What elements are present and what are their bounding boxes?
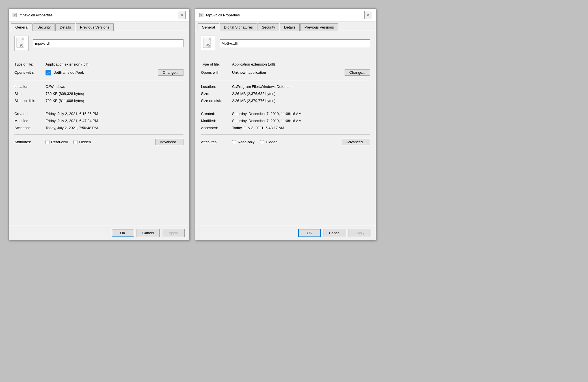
hidden-checkbox-label-2[interactable]: Hidden [260,140,277,144]
apply-button-2[interactable]: Apply [349,229,371,237]
hidden-label-2: Hidden [266,140,277,144]
dialog-title-2: MpSvc.dll Properties [206,13,240,17]
type-label: Type of file: [14,62,46,66]
tab-general[interactable]: General [11,23,33,31]
footer-buttons: OK Cancel Apply [9,226,189,240]
opens-with-content: DP JetBrains dotPeek Change... [46,69,183,76]
size-row: Size: 789 KB (808,328 bytes) [14,90,183,97]
opens-with-app-icon: DP [46,70,51,75]
tab-digital-signatures[interactable]: Digital Signatures [220,23,257,31]
ok-button[interactable]: OK [112,229,134,237]
tab-bar-2: General Digital Signatures Security Deta… [195,21,376,31]
created-row-2: Created: Saturday, December 7, 2019, 11:… [201,110,370,117]
modified-label-2: Modified: [201,119,232,123]
opens-with-content-2: Unknown application Change... [232,69,370,76]
location-label: Location: [14,84,46,89]
size-on-disk-label: Size on disk: [14,99,46,103]
close-button-2[interactable]: ✕ [364,11,372,19]
svg-point-6 [21,45,22,46]
hidden-checkbox-label[interactable]: Hidden [74,140,91,144]
modified-label: Modified: [14,119,46,123]
tab-bar: General Security Details Previous Versio… [9,21,189,31]
modified-value: Friday, July 2, 2021, 6:47:34 PM [46,119,183,123]
accessed-label-2: Accessed: [201,126,232,130]
tab-general-2[interactable]: General [198,23,219,31]
tab-security-2[interactable]: Security [258,23,279,31]
hidden-checkbox-2[interactable] [260,140,264,144]
change-button[interactable]: Change... [158,69,183,76]
location-row-2: Location: C:\Program Files\Windows Defen… [201,83,370,90]
size-on-disk-row-2: Size on disk: 2.26 MB (2,379,776 bytes) [201,97,370,104]
type-value-2: Application extension (.dll) [232,62,370,66]
content-area: Type of file: Application extension (.dl… [9,31,189,226]
advanced-button-2[interactable]: Advanced... [342,139,370,145]
filename-input-2[interactable] [220,39,370,47]
created-label-2: Created: [201,112,232,116]
tab-details[interactable]: Details [55,23,75,31]
modified-row: Modified: Friday, July 2, 2021, 6:47:34 … [14,117,183,124]
svg-point-13 [208,45,209,46]
cancel-button[interactable]: Cancel [137,229,160,237]
cancel-button-2[interactable]: Cancel [323,229,346,237]
size-row-2: Size: 2.26 MB (2,376,632 bytes) [201,90,370,97]
readonly-checkbox-label-2[interactable]: Read-only [232,140,254,144]
size-value: 789 KB (808,328 bytes) [46,92,183,96]
apply-button[interactable]: Apply [162,229,185,237]
advanced-button[interactable]: Advanced... [155,139,183,145]
svg-text:⚙: ⚙ [200,14,202,16]
size-label-2: Size: [201,92,232,96]
title-bar-mpsvc2: ⚙ MpSvc.dll Properties ✕ [195,9,376,21]
dialog-mpsvc2: ⚙ MpSvc.dll Properties ✕ General Digital… [195,8,376,240]
file-header-2 [201,36,370,51]
readonly-checkbox-2[interactable] [232,140,236,144]
accessed-row-2: Accessed: Today, July 3, 2021, 5:48:17 A… [201,124,370,131]
readonly-checkbox-label[interactable]: Read-only [46,140,68,144]
modified-value-2: Saturday, December 7, 2019, 11:08:16 AM [232,119,370,123]
created-value: Friday, July 2, 2021, 6:15:35 PM [46,112,183,116]
opens-with-row-2: Opens with: Unknown application Change..… [201,68,370,77]
created-value-2: Saturday, December 7, 2019, 11:08:16 AM [232,112,370,116]
type-label-2: Type of file: [201,62,232,66]
title-bar-mpsvc: ⚙ mpsvc.dll Properties ✕ [9,9,189,21]
location-value: C:\Windows [46,84,183,89]
file-header [14,36,183,51]
opens-with-label: Opens with: [14,70,46,75]
ok-button-2[interactable]: OK [298,229,321,237]
created-row: Created: Friday, July 2, 2021, 6:15:35 P… [14,110,183,117]
type-of-file-row-2: Type of file: Application extension (.dl… [201,61,370,68]
attributes-row: Attributes: Read-only Hidden Advanced... [14,137,183,147]
attributes-content-2: Read-only Hidden Advanced... [232,139,370,145]
type-of-file-row: Type of file: Application extension (.dl… [14,61,183,68]
readonly-checkbox[interactable] [46,140,49,144]
size-on-disk-label-2: Size on disk: [201,99,232,103]
tab-details-2[interactable]: Details [280,23,300,31]
svg-text:⚙: ⚙ [14,14,16,16]
location-row: Location: C:\Windows [14,83,183,90]
attributes-label: Attributes: [14,140,46,144]
footer-buttons-2: OK Cancel Apply [195,226,376,240]
accessed-value: Today, July 2, 2021, 7:50:48 PM [46,126,183,130]
tab-previous-versions-2[interactable]: Previous Versions [300,23,338,31]
file-icon-2 [201,36,215,51]
size-value-2: 2.26 MB (2,376,632 bytes) [232,92,370,96]
type-value: Application extension (.dll) [46,62,183,66]
opens-with-app-name: JetBrains dotPeek [54,70,84,75]
dialog-title: mpsvc.dll Properties [20,13,53,17]
tab-previous-versions[interactable]: Previous Versions [76,23,114,31]
opens-with-label-2: Opens with: [201,70,232,75]
hidden-checkbox[interactable] [74,140,77,144]
size-on-disk-row: Size on disk: 792 KB (811,008 bytes) [14,97,183,104]
filename-input[interactable] [33,39,183,47]
location-label-2: Location: [201,84,232,89]
title-icon-2: ⚙ [199,12,204,18]
readonly-label: Read-only [51,140,68,144]
size-label: Size: [14,92,46,96]
accessed-label: Accessed: [14,126,46,130]
change-button-2[interactable]: Change... [345,69,370,76]
hidden-label: Hidden [79,140,91,144]
tab-security[interactable]: Security [33,23,55,31]
close-button[interactable]: ✕ [178,11,186,19]
location-value-2: C:\Program Files\Windows Defender [232,84,370,89]
opens-with-app-name-2: Unknown application [232,70,266,75]
created-label: Created: [14,112,46,116]
